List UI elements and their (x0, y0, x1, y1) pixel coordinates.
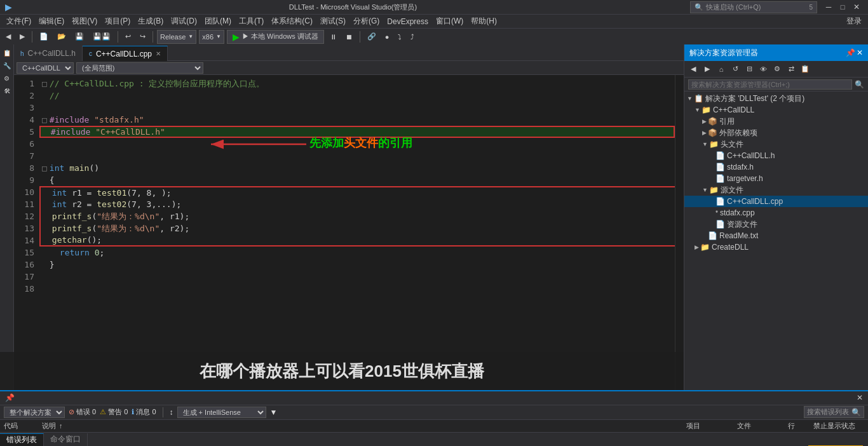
code-content[interactable]: □ // C++CallDLL.cpp : 定义控制台应用程序的入口点。 □ /… (39, 75, 675, 390)
stop-button[interactable]: ⏹ (342, 30, 356, 44)
tree-item-project-main[interactable]: ▼ 📁 C++CallDLL (684, 104, 868, 116)
panel-header-close[interactable]: ✕ (857, 393, 863, 402)
sidebar-toolbox-icon[interactable]: 🛠 (1, 85, 13, 97)
sol-back-btn[interactable]: ◀ (687, 63, 700, 76)
tree-item-stdafx-h[interactable]: ▶ 📄 stdafx.h (684, 161, 868, 173)
sort-icon[interactable]: ↕ (170, 408, 173, 417)
code-line-1: □ // C++CallDLL.cpp : 定义控制台应用程序的入口点。 (39, 78, 675, 90)
tree-item-calldll-h[interactable]: ▶ 📄 C++CallDLL.h (684, 150, 868, 161)
collapse-icon-4[interactable]: □ (42, 114, 47, 126)
maximize-button[interactable]: □ (836, 2, 849, 12)
editor-scrollbar[interactable] (675, 75, 684, 390)
targetver-h-icon: 📄 (715, 174, 725, 183)
sidebar-class-icon[interactable]: 🔧 (1, 60, 13, 71)
menu-file[interactable]: 文件(F) (3, 16, 35, 27)
code-line-12: □ printf_s("结果为：%d\n", r1); (39, 210, 675, 222)
tab-command-window[interactable]: 命令窗口 (44, 433, 88, 446)
tab-error-list[interactable]: 错误列表 (0, 433, 44, 446)
error-table-header: 代码 说明 ↑ 项目 文件 行 禁止显示状态 (0, 420, 868, 433)
tab-header-file[interactable]: h C++CallDLL.h (14, 46, 83, 61)
sol-props-btn[interactable]: ⚙ (771, 63, 783, 76)
warnings-badge[interactable]: ⚠ 警告 0 (100, 407, 128, 417)
breakpoints-button[interactable]: ● (382, 30, 393, 44)
sol-home-btn[interactable]: ⌂ (715, 63, 728, 76)
menu-window[interactable]: 窗口(W) (432, 16, 467, 27)
sol-filter-btn[interactable]: ⇄ (785, 63, 797, 76)
function-dropdown[interactable]: (全局范围) (76, 62, 203, 74)
solution-search-input[interactable] (688, 79, 852, 90)
sidebar-prop-icon[interactable]: ⚙ (1, 72, 13, 84)
readme-label: ReadMe.txt (719, 231, 758, 240)
tree-item-targetver-h[interactable]: ▶ 📄 targetver.h (684, 173, 868, 184)
collapse-icon-8[interactable]: □ (42, 162, 47, 174)
tab-cpp-file[interactable]: c C++CallDLL.cpp ✕ (83, 46, 168, 61)
menu-team[interactable]: 团队(M) (201, 16, 235, 27)
tree-item-calldll-cpp[interactable]: ▶ 📄 C++CallDLL.cpp (684, 196, 868, 207)
build-select[interactable]: 生成 + IntelliSense (177, 407, 266, 418)
error-search-icon[interactable]: 🔍 (851, 408, 861, 417)
build-arrow-icon[interactable]: ▼ (270, 408, 278, 417)
sidebar-solution-icon[interactable]: 📋 (1, 47, 13, 58)
panel-header-pin[interactable]: 📌 (5, 393, 15, 402)
tree-item-ext-deps[interactable]: ▶ 📦 外部依赖项 (684, 127, 868, 139)
menu-build[interactable]: 生成(B) (134, 16, 167, 27)
tree-item-solution[interactable]: ▼ 📋 解决方案 'DLLTest' (2 个项目) (684, 93, 868, 104)
platform-dropdown[interactable]: x86 ▼ (199, 30, 224, 44)
messages-badge[interactable]: ℹ 消息 0 (132, 407, 156, 417)
step2-button[interactable]: ⤴ (407, 30, 417, 44)
sol-refresh-btn[interactable]: ↺ (729, 63, 742, 76)
error-search[interactable]: 搜索错误列表 🔍 (804, 406, 864, 418)
menu-edit[interactable]: 编辑(E) (35, 16, 68, 27)
menu-tools[interactable]: 工具(T) (235, 16, 268, 27)
tab-close-icon[interactable]: ✕ (156, 50, 161, 57)
collapse-icon-1[interactable]: □ (42, 78, 47, 90)
menu-debug[interactable]: 调试(D) (167, 16, 201, 27)
menu-project[interactable]: 项目(P) (101, 16, 134, 27)
sol-collapse-btn[interactable]: ⊟ (743, 63, 756, 76)
pause-button[interactable]: ⏸ (327, 30, 340, 44)
menu-test[interactable]: 测试(S) (316, 16, 349, 27)
tree-item-readme[interactable]: ▶ 📄 ReadMe.txt (684, 230, 868, 241)
toolbar-sep-4 (360, 31, 360, 43)
scope-select[interactable]: 整个解决方案 (4, 407, 65, 418)
tree-item-headers-folder[interactable]: ▼ 📁 头文件 (684, 139, 868, 150)
open-button[interactable]: 📂 (54, 30, 69, 44)
sol-preview-btn[interactable]: 📋 (799, 63, 811, 76)
forward-button[interactable]: ▶ (17, 30, 28, 44)
new-file-button[interactable]: 📄 (36, 30, 51, 44)
scope-dropdown[interactable]: C++CallDLL (17, 62, 74, 74)
tree-item-stdafx-cpp[interactable]: ▶ * stdafx.cpp (684, 207, 868, 219)
config-dropdown[interactable]: Release ▼ (157, 30, 196, 44)
sol-show-all-btn[interactable]: 👁 (757, 63, 770, 76)
window-controls[interactable]: ─ □ ✕ (822, 2, 863, 12)
save-button[interactable]: 💾 (72, 30, 87, 44)
tree-item-resource-file[interactable]: ▶ 📄 资源文件 (684, 219, 868, 230)
close-panel-icon[interactable]: ✕ (857, 48, 863, 57)
back-button[interactable]: ◀ (3, 30, 14, 44)
menu-devexpress[interactable]: DevExpress (383, 17, 432, 26)
redo-button[interactable]: ↪ (137, 30, 149, 44)
step-button[interactable]: ⤵ (395, 30, 405, 44)
attach-button[interactable]: 🔗 (364, 30, 379, 44)
line-num-4: 4 (14, 114, 34, 126)
undo-button[interactable]: ↩ (122, 30, 134, 44)
menu-analyze[interactable]: 分析(G) (349, 16, 383, 27)
line-num-11: 11 (14, 198, 34, 210)
tree-item-create-dll[interactable]: ▶ 📁 CreateDLL (684, 241, 868, 253)
menu-view[interactable]: 视图(V) (68, 16, 101, 27)
pin-icon[interactable]: 📌 (846, 48, 855, 57)
minimize-button[interactable]: ─ (822, 2, 835, 12)
title-search[interactable]: 🔍 快速启动 (Ctrl+Q) 5 (690, 1, 817, 13)
menu-help[interactable]: 帮助(H) (467, 16, 501, 27)
login-label[interactable]: 登录 (843, 16, 865, 27)
menu-arch[interactable]: 体系结构(C) (268, 16, 316, 27)
sol-forward-btn[interactable]: ▶ (701, 63, 714, 76)
tree-item-references[interactable]: ▶ 📦 引用 (684, 116, 868, 127)
run-button[interactable]: ▶ ▶ 本地 Windows 调试器 (227, 30, 324, 44)
errors-badge[interactable]: ⊘ 错误 0 (69, 407, 96, 417)
close-button[interactable]: ✕ (850, 2, 863, 12)
tree-item-sources-folder[interactable]: ▼ 📁 源文件 (684, 184, 868, 196)
sort-asc-icon[interactable]: ↑ (59, 422, 63, 429)
save-all-button[interactable]: 💾💾 (90, 30, 114, 44)
solution-search-icon[interactable]: 🔍 (855, 80, 864, 89)
